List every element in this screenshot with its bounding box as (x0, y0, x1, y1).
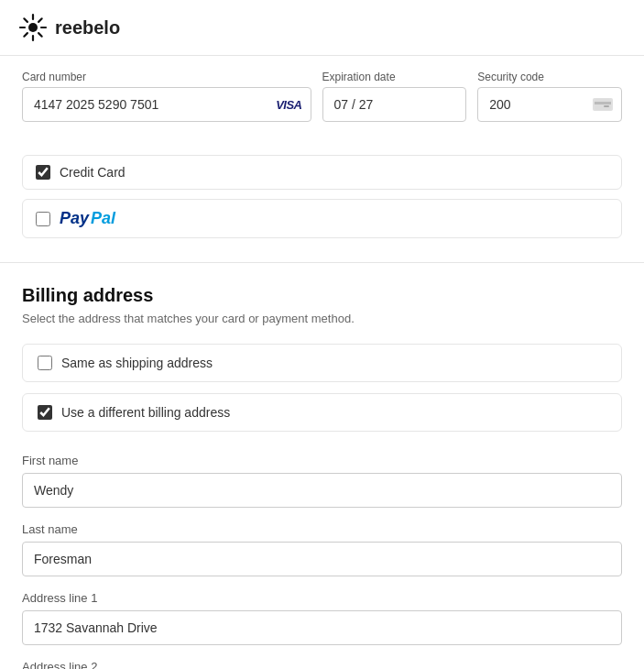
svg-point-0 (28, 23, 38, 32)
visa-badge: VISA (276, 98, 301, 112)
first-name-input[interactable] (22, 473, 622, 508)
credit-card-checkbox[interactable] (36, 165, 50, 180)
paypal-option[interactable]: PayPal (22, 199, 622, 238)
logo-text: reebelo (55, 17, 120, 38)
address-options: Same as shipping address Use a different… (22, 344, 622, 432)
billing-subtitle: Select the address that matches your car… (22, 312, 622, 325)
first-name-field: First name (22, 454, 622, 508)
expiry-group: Expiration date (322, 71, 467, 122)
billing-section: Billing address Select the address that … (0, 263, 644, 669)
first-name-label: First name (22, 454, 622, 467)
billing-title: Billing address (22, 285, 622, 306)
logo-icon (18, 13, 48, 42)
paypal-logo: PayPal (60, 209, 115, 228)
different-billing-label: Use a different billing address (61, 405, 230, 420)
address2-label: Address line 2 (22, 660, 622, 669)
svg-rect-10 (595, 102, 611, 104)
last-name-input[interactable] (22, 542, 622, 576)
credit-card-option[interactable]: Credit Card (22, 155, 622, 190)
different-billing-option[interactable]: Use a different billing address (22, 393, 622, 432)
svg-rect-11 (604, 105, 609, 107)
expiry-input[interactable] (322, 87, 467, 122)
card-number-input[interactable] (22, 87, 311, 122)
same-shipping-option[interactable]: Same as shipping address (22, 344, 622, 382)
address2-field: Address line 2 (22, 660, 622, 669)
svg-line-7 (38, 18, 42, 22)
same-shipping-label: Same as shipping address (61, 356, 213, 370)
payment-methods: Credit Card PayPal (0, 151, 644, 263)
cvv-icon (593, 98, 613, 111)
address1-input[interactable] (22, 610, 622, 645)
card-section: Card number VISA Expiration date Securit… (0, 56, 644, 151)
paypal-checkbox[interactable] (36, 212, 50, 226)
address1-field: Address line 1 (22, 591, 622, 645)
expiry-label: Expiration date (322, 71, 467, 83)
last-name-field: Last name (22, 522, 622, 576)
same-shipping-checkbox[interactable] (38, 356, 52, 370)
credit-card-label: Credit Card (60, 165, 126, 180)
svg-line-8 (24, 33, 27, 37)
security-label: Security code (477, 71, 622, 83)
card-number-group: Card number VISA (22, 71, 311, 122)
svg-line-6 (38, 33, 42, 37)
different-billing-checkbox[interactable] (38, 405, 52, 420)
security-group: Security code (477, 71, 622, 122)
header: reebelo (0, 0, 644, 56)
svg-line-5 (24, 18, 27, 22)
address1-label: Address line 1 (22, 591, 622, 605)
last-name-label: Last name (22, 522, 622, 536)
card-number-label: Card number (22, 71, 311, 83)
